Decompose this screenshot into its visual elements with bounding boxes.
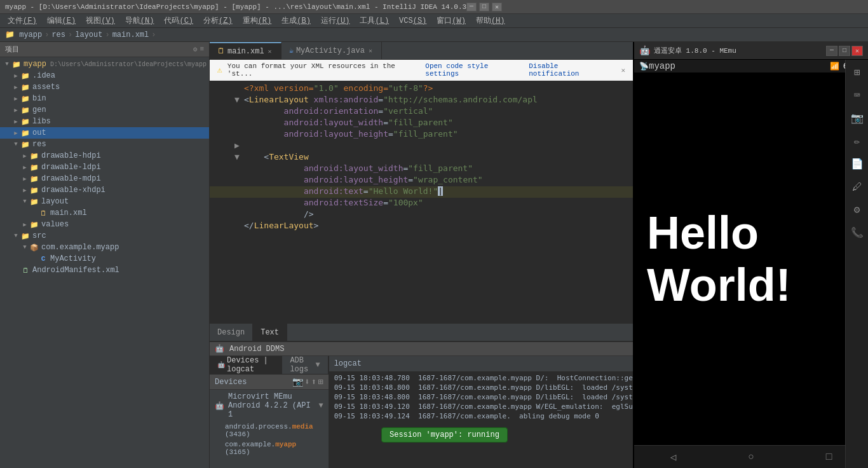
menu-navigate[interactable]: 导航(N) [120,14,159,27]
nav-home-btn[interactable]: ○ [743,450,759,465]
tree-arrow-layout[interactable]: ▼ [20,198,29,205]
logcat-content[interactable]: 09-15 18:03:48.780 1687-1687/com.example… [329,372,633,468]
tree-arrow-drawable-mdpi[interactable]: ▶ [20,176,29,182]
tree-arrow-drawable-xhdpi[interactable]: ▶ [20,187,29,194]
tree-item-myactivity[interactable]: C MyActivity [0,253,209,265]
close-button[interactable]: ✕ [492,3,502,11]
menu-view[interactable]: 视图(V) [81,14,120,27]
bottom-panel: 🤖 Android DDMS 🤖 Devices | logcat ADB lo… [210,341,633,468]
menu-build[interactable]: 生成(B) [276,14,316,27]
tree-item-androidmanifest[interactable]: 🗒 AndroidManifest.xml [0,265,209,276]
emulator-camera-btn[interactable]: 📷 [848,109,866,127]
emulator-keyboard-btn[interactable]: ⌨ [848,86,866,104]
menu-refactor[interactable]: 重构(R) [238,14,277,27]
menu-analyze[interactable]: 分析(Z) [198,14,238,27]
emulator-minimize-btn[interactable]: ─ [826,46,837,56]
tree-arrow-idea[interactable]: ▶ [11,72,20,79]
tab-myactivity[interactable]: ☕ MyActivity.java ✕ [281,42,382,59]
tab-mainxml[interactable]: 🗒 main.xml ✕ [210,42,281,59]
tree-item-values[interactable]: ▶ 📁 values [0,219,209,230]
project-settings-icon[interactable]: ⚙ [193,45,198,53]
tree-item-mainxml[interactable]: 🗒 main.xml [0,207,209,219]
breadcrumb-item-res[interactable]: res [51,31,65,39]
tree-arrow-drawable-hdpi[interactable]: ▶ [20,153,29,160]
menu-window[interactable]: 窗口(W) [431,14,471,27]
tree-item-bin[interactable]: ▶ 📁 bin [0,93,209,104]
tree-item-drawable-ldpi[interactable]: ▶ 📁 drawable-ldpi [0,162,209,173]
emulator-settings-btn[interactable]: ⚙ [848,201,866,219]
tree-arrow-gen[interactable]: ▶ [11,107,20,114]
emulator-phone-btn[interactable]: 📞 [848,224,866,242]
tree-arrow-out[interactable]: ▶ [11,130,20,137]
process-media[interactable]: android.process.media (3436) [210,422,329,439]
tree-arrow-assets[interactable]: ▶ [11,84,20,91]
breadcrumb-item-layout[interactable]: layout [75,31,102,39]
tree-arrow-package[interactable]: ▼ [20,244,29,251]
menu-file[interactable]: 文件(F) [3,14,42,27]
more-btn[interactable]: ⊞ [318,376,323,387]
process-myapp[interactable]: com.example.myapp (3165) [210,439,329,457]
emulator-pen-btn[interactable]: ✏ [848,132,866,150]
notification-close-icon[interactable]: ✕ [621,66,625,74]
menu-edit[interactable]: 编辑(E) [42,14,81,27]
notification-link-1[interactable]: Open code style settings [425,62,524,78]
project-tree: ▼ 📁 myapp D:\Users\Administrator\IdeaPro… [0,57,209,468]
code-editor[interactable]: <?xml version="1.0" encoding="utf-8"?> ▼… [210,81,633,323]
up-arrow-btn[interactable]: ⬆ [311,376,316,387]
emulator-close-btn[interactable]: ✕ [851,46,863,56]
project-panel-title: 项目 [5,45,19,54]
folder-icon-libs: 📁 [20,116,31,127]
tree-arrow-drawable-ldpi[interactable]: ▶ [20,164,29,171]
breadcrumb-item-root[interactable]: 📁 myapp [5,30,42,39]
ddms-tab-adb[interactable]: ADB logs ▼ [282,356,328,374]
tree-arrow-libs[interactable]: ▶ [11,118,20,125]
menu-tools[interactable]: 工具(L) [355,14,394,27]
down-arrow-btn[interactable]: ⬇ [304,376,309,387]
tree-arrow-root[interactable]: ▼ [3,61,11,67]
tree-item-drawable-mdpi[interactable]: ▶ 📁 drawable-mdpi [0,173,209,184]
tab-myactivity-close[interactable]: ✕ [367,46,374,55]
emulator-file-btn[interactable]: 📄 [848,155,866,173]
maximize-button[interactable]: □ [479,3,489,11]
minimize-button[interactable]: ─ [466,3,477,11]
emulator-favicon: 🤖 [639,45,650,56]
tab-design[interactable]: Design [210,324,253,341]
tree-item-drawable-xhdpi[interactable]: ▶ 📁 drawable-xhdpi [0,184,209,196]
screenshot-btn[interactable]: 📷 [292,376,303,387]
tab-mainxml-close[interactable]: ✕ [267,47,273,56]
tree-item-package[interactable]: ▼ 📦 com.example.myapp [0,242,209,253]
project-gear-icon[interactable]: ≡ [200,45,204,53]
emulator-edit-btn[interactable]: 🖊 [848,178,866,196]
ddms-tab-devices[interactable]: 🤖 Devices | logcat [210,356,282,374]
tree-item-src[interactable]: ▼ 📁 src [0,230,209,242]
adb-dropdown-icon[interactable]: ▼ [315,361,320,369]
tree-item-libs[interactable]: ▶ 📁 libs [0,116,209,127]
tree-arrow-res[interactable]: ▼ [11,141,20,148]
menu-code[interactable]: 代码(C) [159,14,198,27]
tree-item-res[interactable]: ▼ 📁 res [0,139,209,150]
device-row-memu[interactable]: 🤖 Microvirt MEmu Android 4.2.2 (API 1 ▼ [210,390,329,422]
tree-item-out[interactable]: ▶ 📁 out [0,127,209,139]
notification-link-2[interactable]: Disable notification [529,62,611,78]
menu-vcs[interactable]: VCS (S) [394,14,431,27]
code-line-2: ▼ <LinearLayout xmlns:android="http://sc… [210,95,633,106]
tree-arrow-src[interactable]: ▼ [11,233,20,239]
tree-item-layout[interactable]: ▼ 📁 layout [0,196,209,207]
tree-item-idea[interactable]: ▶ 📁 .idea [0,70,209,81]
tree-item-root[interactable]: ▼ 📁 myapp D:\Users\Administrator\IdeaPro… [0,59,209,70]
tree-item-gen[interactable]: ▶ 📁 gen [0,104,209,116]
tree-item-assets[interactable]: ▶ 📁 assets [0,81,209,93]
device-api-dropdown[interactable]: ▼ [318,401,323,410]
menu-help[interactable]: 帮助(H) [471,14,510,27]
emulator-fullscreen-btn[interactable]: ⊞ [848,64,866,81]
tree-item-drawable-hdpi[interactable]: ▶ 📁 drawable-hdpi [0,150,209,162]
tree-arrow-values[interactable]: ▶ [20,221,29,228]
code-line-13: </LinearLayout> [210,221,633,232]
nav-recents-btn[interactable]: □ [822,450,837,465]
breadcrumb-item-mainxml[interactable]: main.xml [112,31,149,39]
menu-run[interactable]: 运行(U) [316,14,355,27]
emulator-maximize-btn[interactable]: □ [839,46,850,56]
tree-arrow-bin[interactable]: ▶ [11,95,20,102]
tab-text[interactable]: Text [253,324,287,341]
nav-back-btn[interactable]: ◁ [665,450,681,465]
